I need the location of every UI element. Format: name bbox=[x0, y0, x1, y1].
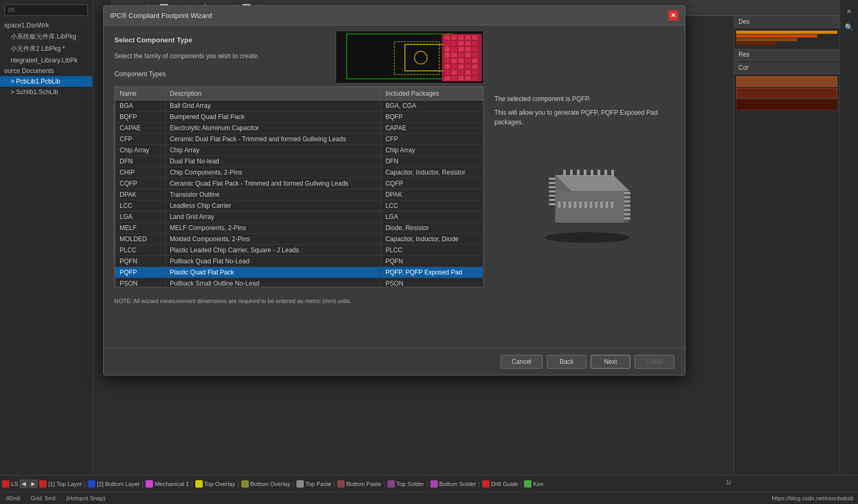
layer-next-btn[interactable]: ▶ bbox=[29, 480, 38, 488]
next-button[interactable]: Next bbox=[591, 355, 630, 369]
sidebar-item-pcblib[interactable]: > PcbLib1.PcbLib bbox=[0, 76, 92, 87]
svg-rect-26 bbox=[451, 59, 457, 63]
svg-rect-35 bbox=[445, 70, 450, 75]
svg-rect-13 bbox=[465, 41, 471, 45]
layer-keepout[interactable]: Kee bbox=[524, 480, 544, 488]
col-name: Name bbox=[115, 87, 166, 100]
svg-rect-65 bbox=[624, 205, 630, 207]
pcb-preview bbox=[336, 31, 484, 84]
table-row[interactable]: PLCC Plastic Leaded Chip Carrier, Square… bbox=[115, 245, 483, 256]
layer-dot-bottom bbox=[88, 480, 95, 488]
layer-prev-btn[interactable]: ◀ bbox=[20, 480, 28, 488]
sidebar-item-source[interactable]: ource Documents bbox=[0, 66, 92, 76]
svg-rect-14 bbox=[472, 41, 477, 45]
sidebar: space1.DsnWrk 小系统板元件库.LibPkg 小元件库2.LibPk… bbox=[0, 0, 93, 504]
dialog-title: IPC® Compliant Footprint Wizard bbox=[110, 12, 212, 20]
svg-rect-22 bbox=[458, 53, 464, 57]
selected-component-detail: This will allow you to generate PQFP, PQ… bbox=[494, 108, 674, 127]
svg-rect-83 bbox=[549, 203, 555, 205]
svg-rect-61 bbox=[611, 201, 613, 208]
table-row[interactable]: PSON Pullback Small Outline No-Lead PSON bbox=[115, 278, 483, 288]
layer-dot-bottom-solder bbox=[430, 480, 438, 488]
layer-dot-drill bbox=[482, 480, 490, 488]
table-row[interactable]: Chip Array Chip Array Chip Array bbox=[115, 145, 483, 156]
layer-dot-mech1 bbox=[146, 480, 153, 488]
table-row[interactable]: CFP Ceramic Dual Flat Pack - Trimmed and… bbox=[115, 134, 483, 145]
layer-dot-top bbox=[39, 480, 47, 488]
table-row[interactable]: PQFN Pullback Quad Flat No-Lead PQFN bbox=[115, 256, 483, 267]
svg-marker-84 bbox=[555, 175, 613, 176]
status-grid: Grid: 5mil bbox=[31, 495, 56, 501]
dialog-body: Select Component Type bbox=[104, 25, 685, 348]
table-row[interactable]: BGA Ball Grid Array BGA, CGA bbox=[115, 100, 483, 112]
layer-mech1[interactable]: Mechanical 1 bbox=[146, 480, 189, 488]
col-packages: Included Packages bbox=[381, 87, 483, 100]
search-right-icon[interactable]: 🔍 bbox=[842, 20, 856, 34]
svg-rect-79 bbox=[549, 186, 555, 188]
svg-rect-52 bbox=[563, 201, 566, 208]
svg-rect-27 bbox=[458, 59, 464, 63]
table-row[interactable]: CQFP Ceramic Quad Flat Pack - Trimmed an… bbox=[115, 178, 483, 189]
table-row[interactable]: CHIP Chip Components, 2-Pins Capacitor, … bbox=[115, 167, 483, 178]
svg-rect-67 bbox=[624, 213, 630, 215]
svg-rect-5 bbox=[445, 35, 450, 40]
layer-bottom-overlay[interactable]: Bottom Overlay bbox=[241, 480, 291, 488]
layer-bottom-solder[interactable]: Bottom Solder bbox=[430, 480, 476, 488]
col-description: Description bbox=[165, 87, 381, 100]
back-button[interactable]: Back bbox=[547, 355, 586, 369]
layer-top-overlay[interactable]: Top Overlay bbox=[195, 480, 236, 488]
svg-rect-40 bbox=[445, 76, 450, 80]
svg-rect-24 bbox=[472, 53, 477, 57]
layer-top-paste[interactable]: Top Paste bbox=[296, 480, 331, 488]
layer-top-solder[interactable]: Top Solder bbox=[387, 480, 425, 488]
svg-rect-36 bbox=[451, 70, 457, 75]
svg-rect-23 bbox=[465, 53, 471, 57]
layer-nav[interactable]: ◀ ▶ bbox=[20, 480, 38, 488]
layer-bottom[interactable]: [2] Bottom Layer bbox=[88, 480, 140, 488]
sidebar-item-integrated[interactable]: ntegrated_Library.LibPk bbox=[0, 55, 92, 66]
component-table: Name Description Included Packages BGA B… bbox=[115, 87, 483, 287]
svg-rect-9 bbox=[472, 35, 477, 40]
table-row[interactable]: BQFP Bumpered Quad Flat Pack BQFP bbox=[115, 112, 483, 123]
svg-rect-20 bbox=[445, 53, 450, 57]
dialog-left-panel: Select Component Type bbox=[114, 36, 484, 337]
table-row[interactable]: DPAK Transistor Outline DPAK bbox=[115, 189, 483, 200]
sidebar-item-lib2[interactable]: 小元件库2.LibPkg * bbox=[0, 43, 92, 55]
svg-rect-15 bbox=[445, 47, 450, 51]
table-row[interactable]: LCC Leadless Chip Carrier LCC bbox=[115, 200, 483, 212]
layer-dot-top-paste bbox=[296, 480, 304, 488]
selected-component-info: The selected component is PQFP. bbox=[494, 94, 674, 104]
search-input[interactable] bbox=[4, 4, 88, 16]
layer-bottom-paste[interactable]: Bottom Paste bbox=[337, 480, 381, 488]
svg-rect-64 bbox=[624, 200, 630, 203]
layer-top[interactable]: [1] Top Layer bbox=[39, 480, 82, 488]
filter-icon[interactable]: ≡ bbox=[842, 4, 856, 18]
svg-rect-29 bbox=[472, 59, 477, 63]
sidebar-item-space1[interactable]: space1.DsnWrk bbox=[0, 20, 92, 31]
svg-rect-28 bbox=[465, 59, 471, 63]
svg-rect-63 bbox=[624, 196, 630, 198]
svg-rect-44 bbox=[472, 76, 477, 80]
sidebar-item-schlib[interactable]: > Schlib1.SchLib bbox=[0, 87, 92, 97]
component-table-scroll[interactable]: Name Description Included Packages BGA B… bbox=[114, 86, 484, 287]
finish-button[interactable]: Finish bbox=[635, 355, 674, 369]
svg-rect-31 bbox=[451, 65, 457, 69]
table-row[interactable]: DFN Dual Flat No-lead DFN bbox=[115, 156, 483, 167]
svg-rect-41 bbox=[451, 76, 457, 80]
note-text: NOTE: All wizard measurement dimensions … bbox=[114, 298, 484, 304]
table-row[interactable]: MOLDED Molded Components, 2-Pins Capacit… bbox=[115, 234, 483, 245]
dialog-close-button[interactable]: ✕ bbox=[668, 10, 679, 21]
table-row[interactable]: MELF MELF Components, 2-Pins Diode, Resi… bbox=[115, 223, 483, 234]
table-row[interactable]: PQFP Plastic Quad Flat Pack PQFP, PQFP E… bbox=[115, 267, 483, 278]
svg-rect-39 bbox=[472, 70, 477, 75]
sidebar-item-lib1[interactable]: 小系统板元件库.LibPkg bbox=[0, 31, 92, 43]
layer-drill-guide[interactable]: Drill Guide bbox=[482, 480, 518, 488]
svg-rect-33 bbox=[465, 65, 471, 69]
table-row[interactable]: LGA Land Grid Array LGA bbox=[115, 212, 483, 223]
svg-rect-21 bbox=[451, 53, 457, 57]
svg-rect-38 bbox=[465, 70, 471, 75]
right-side-res-label: Res bbox=[734, 49, 839, 61]
table-row[interactable]: CAPAE Electrolytic Aluminum Capacitor CA… bbox=[115, 123, 483, 134]
cancel-button[interactable]: Cancel bbox=[501, 355, 543, 369]
status-coords: -90mil bbox=[4, 495, 20, 501]
